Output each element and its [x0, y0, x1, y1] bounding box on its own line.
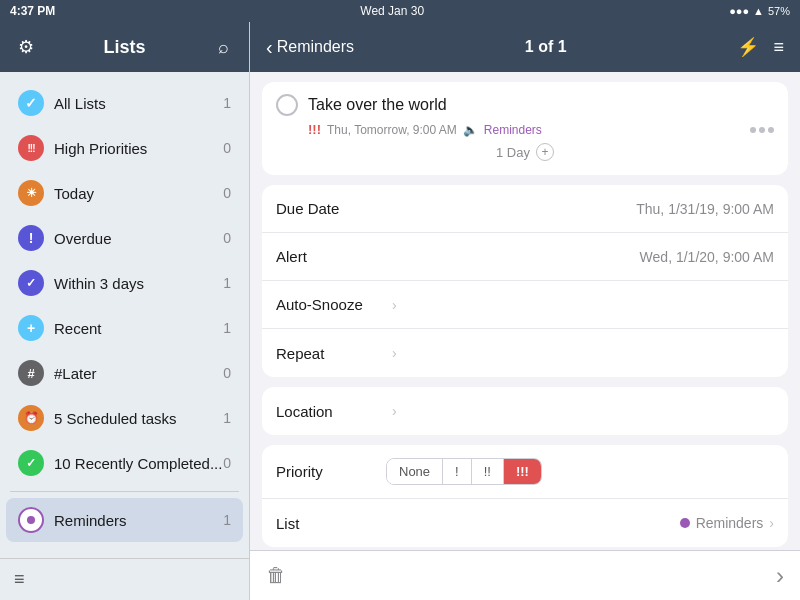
sidebar-count-completed: 0 — [223, 455, 231, 471]
alert-row[interactable]: Alert Wed, 1/1/20, 9:00 AM — [262, 233, 788, 281]
location-chevron: › — [392, 403, 397, 419]
list-chevron: › — [769, 515, 774, 531]
sidebar-item-completed[interactable]: ✓ 10 Recently Completed... 0 — [6, 441, 243, 485]
scheduled-icon: ⏰ — [18, 405, 44, 431]
repeat-row[interactable]: Repeat › — [262, 329, 788, 377]
sidebar: ⚙ Lists ⌕ ✓ All Lists 1 !!! High Priorit… — [0, 22, 250, 600]
sidebar-item-scheduled[interactable]: ⏰ 5 Scheduled tasks 1 — [6, 396, 243, 440]
completed-icon: ✓ — [18, 450, 44, 476]
auto-snooze-row[interactable]: Auto-Snooze › — [262, 281, 788, 329]
high-priorities-icon: !!! — [18, 135, 44, 161]
settings-icon[interactable]: ⚙ — [12, 36, 40, 58]
sidebar-count-reminders: 1 — [223, 512, 231, 528]
overdue-icon: ! — [18, 225, 44, 251]
sidebar-item-reminders[interactable]: Reminders 1 — [6, 498, 243, 542]
task-day-add-button[interactable]: + — [536, 143, 554, 161]
sidebar-count-scheduled: 1 — [223, 410, 231, 426]
sidebar-menu-icon[interactable]: ≡ — [14, 569, 25, 590]
menu-icon[interactable]: ≡ — [773, 37, 784, 58]
priority-high-button[interactable]: !!! — [504, 459, 541, 484]
auto-snooze-chevron: › — [392, 297, 397, 313]
sidebar-count-recent: 1 — [223, 320, 231, 336]
priority-medium-button[interactable]: !! — [472, 459, 504, 484]
task-day-label: 1 Day — [496, 145, 530, 160]
priority-list-section: Priority None ! !! !!! List Reminders › — [262, 445, 788, 547]
status-date: Wed Jan 30 — [360, 4, 424, 18]
sidebar-item-recent[interactable]: + Recent 1 — [6, 306, 243, 350]
list-dot — [680, 518, 690, 528]
main-content: ‹ Reminders 1 of 1 ⚡ ≡ Take over the wor… — [250, 22, 800, 600]
sidebar-item-overdue[interactable]: ! Overdue 0 — [6, 216, 243, 260]
priority-row: Priority None ! !! !!! — [262, 445, 788, 499]
footer-chevron-icon[interactable]: › — [776, 562, 784, 590]
status-bar: 4:37 PM Wed Jan 30 ●●● ▲ 57% — [0, 0, 800, 22]
repeat-label: Repeat — [276, 345, 386, 362]
due-date-value: Thu, 1/31/19, 9:00 AM — [386, 201, 774, 217]
recent-icon: + — [18, 315, 44, 341]
header-title: 1 of 1 — [525, 38, 567, 56]
back-chevron-icon: ‹ — [266, 36, 273, 59]
sidebar-label-scheduled: 5 Scheduled tasks — [54, 410, 223, 427]
due-date-label: Due Date — [276, 200, 386, 217]
task-title-row: Take over the world — [276, 94, 774, 116]
auto-snooze-label: Auto-Snooze — [276, 296, 386, 313]
sidebar-label-within3: Within 3 days — [54, 275, 223, 292]
header-actions: ⚡ ≡ — [737, 36, 784, 58]
status-indicators: ●●● ▲ 57% — [729, 5, 790, 17]
sidebar-count-within3: 1 — [223, 275, 231, 291]
task-dots — [750, 127, 774, 133]
priority-buttons: None ! !! !!! — [386, 458, 542, 485]
signal-icon: ●●● — [729, 5, 749, 17]
sidebar-label-later: #Later — [54, 365, 223, 382]
task-day-row: 1 Day + — [276, 137, 774, 163]
priority-none-button[interactable]: None — [387, 459, 443, 484]
sidebar-item-all-lists[interactable]: ✓ All Lists 1 — [6, 81, 243, 125]
sidebar-label-recent: Recent — [54, 320, 223, 337]
wifi-icon: ▲ — [753, 5, 764, 17]
sidebar-label-completed: 10 Recently Completed... — [54, 455, 223, 472]
alert-label: Alert — [276, 248, 386, 265]
status-time: 4:37 PM — [10, 4, 55, 18]
sidebar-label-today: Today — [54, 185, 223, 202]
sidebar-item-later[interactable]: # #Later 0 — [6, 351, 243, 395]
list-row[interactable]: List Reminders › — [262, 499, 788, 547]
sidebar-label-reminders: Reminders — [54, 512, 223, 529]
location-section: Location › — [262, 387, 788, 435]
task-meta: !!! Thu, Tomorrow, 9:00 AM 🔈 Reminders — [308, 122, 774, 137]
due-date-row[interactable]: Due Date Thu, 1/31/19, 9:00 AM — [262, 185, 788, 233]
list-value: Reminders — [696, 515, 764, 531]
task-speaker-icon: 🔈 — [463, 123, 478, 137]
detail-footer: 🗑 › — [250, 550, 800, 600]
later-icon: # — [18, 360, 44, 386]
sidebar-footer: ≡ — [0, 558, 249, 600]
alert-value: Wed, 1/1/20, 9:00 AM — [386, 249, 774, 265]
task-checkbox[interactable] — [276, 94, 298, 116]
trash-icon[interactable]: 🗑 — [266, 564, 286, 587]
sidebar-item-today[interactable]: ☀ Today 0 — [6, 171, 243, 215]
app-container: ⚙ Lists ⌕ ✓ All Lists 1 !!! High Priorit… — [0, 22, 800, 600]
sidebar-label-all-lists: All Lists — [54, 95, 223, 112]
main-header: ‹ Reminders 1 of 1 ⚡ ≡ — [250, 22, 800, 72]
sidebar-item-within3[interactable]: ✓ Within 3 days 1 — [6, 261, 243, 305]
sidebar-count-today: 0 — [223, 185, 231, 201]
back-label: Reminders — [277, 38, 354, 56]
task-title: Take over the world — [308, 96, 447, 114]
back-button[interactable]: ‹ Reminders — [266, 36, 354, 59]
sidebar-item-high-priorities[interactable]: !!! High Priorities 0 — [6, 126, 243, 170]
sidebar-label-overdue: Overdue — [54, 230, 223, 247]
battery-icon: 57% — [768, 5, 790, 17]
task-tag: Reminders — [484, 123, 542, 137]
lightning-icon[interactable]: ⚡ — [737, 36, 759, 58]
within3-icon: ✓ — [18, 270, 44, 296]
priority-low-button[interactable]: ! — [443, 459, 472, 484]
reminders-icon — [18, 507, 44, 533]
all-lists-icon: ✓ — [18, 90, 44, 116]
sidebar-header: ⚙ Lists ⌕ — [0, 22, 249, 72]
detail-scroll[interactable]: Take over the world !!! Thu, Tomorrow, 9… — [250, 72, 800, 550]
task-date: Thu, Tomorrow, 9:00 AM — [327, 123, 457, 137]
search-icon[interactable]: ⌕ — [209, 37, 237, 58]
today-icon: ☀ — [18, 180, 44, 206]
sidebar-label-high-priorities: High Priorities — [54, 140, 223, 157]
location-row[interactable]: Location › — [262, 387, 788, 435]
location-label: Location — [276, 403, 386, 420]
